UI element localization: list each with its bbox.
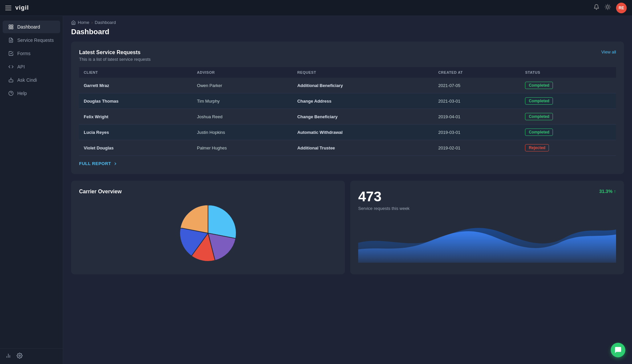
sun-icon[interactable]: [605, 4, 611, 12]
bottom-row: Carrier Overview 31.3% ↑ 473 Service req…: [71, 181, 624, 274]
cell-advisor: Palmer Hughes: [192, 140, 293, 156]
sidebar-item-label: Dashboard: [17, 24, 40, 30]
breadcrumb: Home › Dashboard: [63, 16, 632, 26]
chat-icon: [614, 346, 622, 354]
cell-status: Rejected: [520, 140, 616, 156]
chart-icon[interactable]: [5, 353, 11, 360]
sidebar-item-label: Forms: [17, 51, 31, 56]
cell-created-at: 2021-07-05: [434, 78, 520, 93]
cell-status: Completed: [520, 78, 616, 93]
api-icon: [8, 64, 14, 70]
table-row[interactable]: Garrett Mraz Owen Parker Additional Bene…: [79, 78, 616, 93]
sidebar-item-label: API: [17, 64, 25, 69]
col-client: CLIENT: [79, 67, 192, 78]
cell-created-at: 2019-02-01: [434, 140, 520, 156]
service-requests-table: CLIENT ADVISOR REQUEST CREATED AT STATUS…: [79, 67, 616, 156]
sidebar-item-forms[interactable]: Forms: [3, 47, 60, 60]
cell-request: Change Address: [293, 93, 434, 109]
file-icon: [8, 37, 14, 43]
col-created-at: CREATED AT: [434, 67, 520, 78]
topbar-right: RE: [593, 3, 627, 13]
svg-line-4: [609, 9, 610, 9]
stats-card: 31.3% ↑ 473 Service requests this week: [350, 181, 624, 274]
sidebar-item-service-requests[interactable]: Service Requests: [3, 34, 60, 46]
cell-client: Garrett Mraz: [79, 78, 192, 93]
cell-advisor: Joshua Reed: [192, 109, 293, 125]
forms-icon: [8, 50, 14, 56]
sidebar-item-ask-cindi[interactable]: Ask Cindi: [3, 74, 60, 86]
table-row[interactable]: Violet Douglas Palmer Hughes Additional …: [79, 140, 616, 156]
chat-button[interactable]: [611, 343, 625, 357]
svg-rect-11: [9, 27, 11, 29]
cell-request: Change Beneficiary: [293, 109, 434, 125]
layout: Dashboard Service Requests Forms: [0, 16, 632, 364]
view-all-link[interactable]: View all: [601, 49, 616, 54]
cell-status: Completed: [520, 125, 616, 140]
breadcrumb-separator: ›: [91, 20, 93, 25]
sidebar-item-help[interactable]: Help: [3, 87, 60, 100]
status-badge: Completed: [525, 97, 553, 105]
pie-chart-container: [79, 200, 337, 266]
svg-point-0: [606, 6, 609, 8]
svg-point-16: [11, 78, 11, 78]
carrier-overview-card: Carrier Overview: [71, 181, 345, 274]
cell-request: Automatic Withdrawal: [293, 125, 434, 140]
help-icon: [8, 90, 14, 96]
cell-created-at: 2019-04-01: [434, 109, 520, 125]
cell-status: Completed: [520, 93, 616, 109]
sidebar-item-label: Service Requests: [17, 38, 54, 43]
table-header-row: CLIENT ADVISOR REQUEST CREATED AT STATUS: [79, 67, 616, 78]
wave-chart-container: [358, 216, 616, 264]
service-requests-subtitle: This is a list of latest service request…: [79, 57, 151, 62]
breadcrumb-home[interactable]: Home: [78, 20, 89, 25]
cell-client: Violet Douglas: [79, 140, 192, 156]
cell-created-at: 2021-03-01: [434, 93, 520, 109]
page-title: Dashboard: [63, 26, 632, 42]
sidebar-item-label: Help: [17, 91, 27, 96]
cell-request: Additional Beneficiary: [293, 78, 434, 93]
svg-line-8: [609, 5, 610, 5]
cell-client: Lucia Reyes: [79, 125, 192, 140]
menu-toggle[interactable]: [5, 6, 11, 10]
breadcrumb-current: Dashboard: [95, 20, 116, 25]
sidebar-item-dashboard[interactable]: Dashboard: [3, 21, 60, 33]
cell-request: Additional Trustee: [293, 140, 434, 156]
svg-rect-9: [9, 25, 11, 27]
cell-client: Douglas Thomas: [79, 93, 192, 109]
table-row[interactable]: Lucia Reyes Justin Hopkins Automatic Wit…: [79, 125, 616, 140]
svg-point-22: [19, 355, 21, 357]
sidebar: Dashboard Service Requests Forms: [0, 16, 63, 364]
cell-client: Felix Wright: [79, 109, 192, 125]
main-content: Home › Dashboard Dashboard Latest Servic…: [63, 16, 632, 364]
col-status: STATUS: [520, 67, 616, 78]
svg-rect-12: [11, 27, 13, 29]
cell-advisor: Tim Murphy: [192, 93, 293, 109]
full-report-label: FULL REPORT: [79, 161, 111, 166]
table-row[interactable]: Douglas Thomas Tim Murphy Change Address…: [79, 93, 616, 109]
sidebar-item-label: Ask Cindi: [17, 77, 37, 83]
status-badge: Rejected: [525, 144, 549, 151]
gear-icon[interactable]: [17, 353, 23, 360]
service-requests-card: Latest Service Requests This is a list o…: [71, 42, 624, 174]
bot-icon: [8, 77, 14, 83]
carrier-overview-title: Carrier Overview: [79, 189, 337, 195]
cell-status: Completed: [520, 109, 616, 125]
svg-line-3: [606, 5, 606, 5]
svg-rect-10: [11, 25, 13, 27]
status-badge: Completed: [525, 129, 553, 136]
sidebar-footer: [0, 348, 63, 364]
avatar[interactable]: RE: [616, 3, 627, 13]
bell-icon[interactable]: [593, 4, 599, 12]
topbar-left: vigil: [5, 4, 29, 11]
table-row[interactable]: Felix Wright Joshua Reed Change Benefici…: [79, 109, 616, 125]
col-advisor: ADVISOR: [192, 67, 293, 78]
pie-chart: [175, 200, 241, 266]
status-badge: Completed: [525, 113, 553, 120]
full-report-link[interactable]: FULL REPORT: [79, 161, 616, 166]
sidebar-item-api[interactable]: API: [3, 60, 60, 73]
cell-advisor: Justin Hopkins: [192, 125, 293, 140]
status-badge: Completed: [525, 82, 553, 89]
svg-line-7: [606, 9, 606, 9]
service-requests-title-block: Latest Service Requests This is a list o…: [79, 49, 151, 62]
dashboard-icon: [8, 24, 14, 30]
